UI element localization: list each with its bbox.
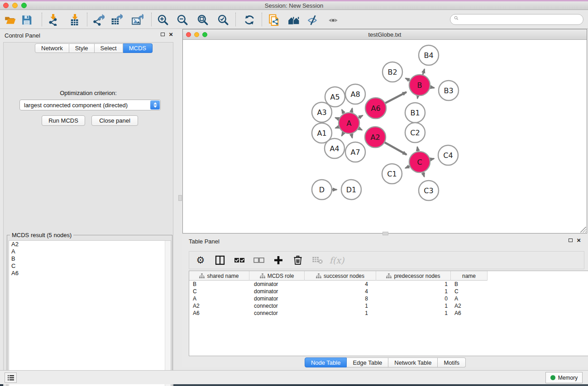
mcds-result-item[interactable]: B [9, 255, 171, 262]
import-network-button[interactable] [45, 14, 61, 26]
apply-layout-button[interactable] [242, 14, 257, 26]
node-A6[interactable]: A6 [365, 98, 386, 119]
edge-A-A7[interactable] [351, 133, 352, 138]
node-B1[interactable]: B1 [405, 103, 425, 123]
edge-B-B3[interactable] [430, 87, 435, 88]
export-image-button[interactable] [129, 14, 145, 26]
table-row[interactable]: A6connector11A6 [189, 310, 588, 317]
task-history-button[interactable] [5, 372, 17, 383]
deselect-all-button[interactable] [253, 254, 265, 266]
edge-A-A1[interactable] [335, 127, 339, 128]
mcds-result-item[interactable]: C [9, 262, 171, 270]
tab-network-table[interactable]: Network Table [388, 357, 438, 367]
edge-A-A6[interactable] [359, 115, 363, 118]
node-B3[interactable]: B3 [439, 81, 459, 100]
search-field[interactable] [450, 14, 583, 25]
zoom-selected-button[interactable] [215, 14, 231, 26]
delete-column-button[interactable] [292, 254, 304, 266]
edge-A-A2[interactable] [359, 128, 362, 130]
node-B4[interactable]: B4 [419, 45, 439, 65]
tab-edge-table[interactable]: Edge Table [347, 357, 388, 367]
tab-style[interactable]: Style [69, 43, 95, 53]
node-C4[interactable]: C4 [438, 145, 458, 165]
save-session-button[interactable] [19, 14, 34, 26]
tab-node-table[interactable]: Node Table [305, 357, 347, 367]
node-A4[interactable]: A4 [325, 138, 344, 158]
node-C1[interactable]: C1 [382, 164, 402, 184]
network-canvas[interactable]: A1A3A4A5A7A8B1B2B3B4C1C2C3C4DD1AA2A6BC [183, 40, 587, 233]
cell-name: A2 [451, 302, 488, 310]
close-table-panel-icon[interactable]: × [577, 238, 581, 243]
memory-button[interactable]: Memory [545, 372, 583, 383]
table-row[interactable]: Adominator80A [189, 295, 588, 302]
node-B[interactable]: B [409, 75, 430, 95]
edge-B-B2[interactable] [406, 78, 410, 81]
close-panel-icon[interactable]: × [169, 32, 173, 37]
export-network-button[interactable] [91, 14, 106, 26]
edge-C-C2[interactable] [417, 147, 418, 152]
table-row[interactable]: Bdominator41B [189, 281, 588, 288]
mcds-result-item[interactable]: A6 [9, 270, 171, 277]
column-header-MCDS-role[interactable]: MCDS role [249, 271, 305, 281]
table-row[interactable]: Cdominator41C [189, 288, 588, 295]
column-header-successor-nodes[interactable]: successor nodes [305, 271, 376, 281]
zoom-out-button[interactable] [175, 14, 190, 26]
node-D1[interactable]: D1 [341, 180, 361, 200]
node-C2[interactable]: C2 [405, 123, 425, 143]
node-C3[interactable]: C3 [419, 181, 439, 200]
show-all-button[interactable] [325, 14, 341, 26]
tab-motifs[interactable]: Motifs [438, 357, 466, 367]
criterion-dropdown[interactable]: largest connected component (directed) [19, 100, 161, 110]
open-file-button[interactable] [2, 14, 18, 26]
node-A7[interactable]: A7 [345, 142, 365, 162]
tab-select[interactable]: Select [95, 43, 123, 53]
close-panel-button[interactable]: Close panel [91, 115, 138, 126]
float-table-panel-icon[interactable] [569, 238, 573, 242]
edge-A2-C[interactable] [385, 143, 406, 155]
export-table-button[interactable] [109, 14, 124, 26]
search-input[interactable] [464, 16, 583, 23]
resize-grip-icon[interactable] [580, 227, 586, 233]
node-A[interactable]: A [339, 113, 359, 133]
node-A8[interactable]: A8 [345, 84, 365, 104]
edge-C-C3[interactable] [423, 172, 424, 177]
column-header-name[interactable]: name [451, 271, 488, 281]
node-A5[interactable]: A5 [325, 87, 345, 107]
create-column-button[interactable] [272, 254, 284, 266]
edge-A-A4[interactable] [342, 133, 344, 136]
edge-A-A3[interactable] [335, 118, 339, 119]
mcds-result-item[interactable]: A2 [9, 241, 171, 248]
float-panel-icon[interactable] [161, 33, 165, 36]
tab-mcds[interactable]: MCDS [123, 43, 153, 53]
table-settings-button[interactable]: ⚙ [195, 254, 206, 266]
run-mcds-button[interactable]: Run MCDS [42, 115, 85, 126]
column-header-predecessor-nodes[interactable]: predecessor nodes [376, 271, 451, 281]
edge-B-B1[interactable] [417, 96, 418, 99]
horizontal-splitter-handle[interactable] [382, 232, 388, 235]
node-D[interactable]: D [312, 180, 332, 200]
tab-network[interactable]: Network [35, 43, 69, 53]
zoom-in-button[interactable] [155, 14, 171, 26]
cell-MCDS-role: connector [249, 310, 305, 317]
node-C[interactable]: C [409, 152, 430, 172]
zoom-fit-button[interactable] [195, 14, 210, 26]
select-all-button[interactable] [234, 254, 245, 266]
new-network-from-selection-button[interactable] [266, 14, 282, 26]
show-columns-button[interactable] [214, 254, 226, 266]
first-neighbors-button[interactable] [286, 14, 301, 26]
edge-C-C1[interactable] [405, 166, 410, 168]
mcds-list-scrollbar[interactable] [165, 241, 171, 386]
import-table-button[interactable] [67, 14, 82, 26]
edge-B-B4[interactable] [423, 69, 425, 75]
node-A2[interactable]: A2 [365, 127, 386, 148]
table-row[interactable]: A2connector11A2 [189, 302, 588, 310]
edge-C-C4[interactable] [430, 158, 434, 159]
column-header-shared-name[interactable]: shared name [189, 271, 249, 281]
edge-A6-B[interactable] [385, 92, 406, 103]
vertical-splitter-handle[interactable] [178, 195, 182, 201]
edge-A-A5[interactable] [342, 110, 344, 114]
mcds-result-item[interactable]: A [9, 248, 171, 255]
edge-A-A8[interactable] [351, 108, 352, 112]
hide-selected-button[interactable] [305, 14, 320, 26]
node-B2[interactable]: B2 [382, 62, 402, 82]
